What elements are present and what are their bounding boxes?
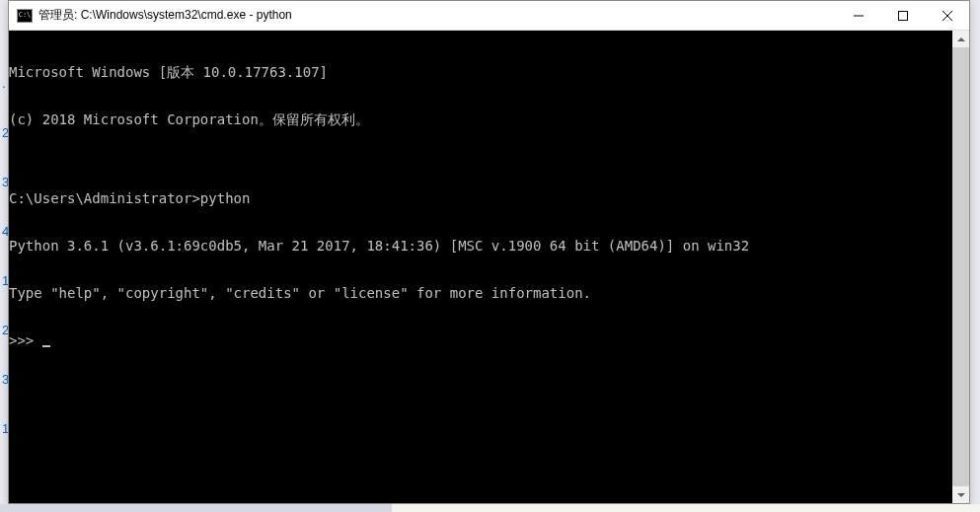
close-button[interactable] (925, 1, 969, 30)
terminal-line: (c) 2018 Microsoft Corporation。保留所有权利。 (9, 111, 952, 127)
terminal-line: Microsoft Windows [版本 10.0.17763.107] (9, 64, 952, 80)
scrollbar-thumb[interactable] (952, 47, 969, 486)
maximize-icon (898, 11, 908, 21)
vertical-scrollbar[interactable] (952, 31, 969, 503)
svg-rect-1 (898, 11, 907, 20)
chevron-up-icon (957, 37, 965, 41)
chevron-down-icon (957, 493, 965, 497)
window-title: 管理员: C:\Windows\system32\cmd.exe - pytho… (38, 7, 836, 24)
scroll-up-button[interactable] (952, 31, 969, 47)
minimize-icon (854, 11, 864, 21)
minimize-button[interactable] (836, 1, 880, 30)
window-controls (836, 1, 969, 30)
terminal-prompt: >>> (9, 332, 952, 348)
terminal-line: Type "help", "copyright", "credits" or "… (9, 285, 952, 301)
terminal-line: C:\Users\Administrator>python (9, 190, 952, 206)
maximize-button[interactable] (880, 1, 925, 30)
cmd-icon: C:\ (17, 9, 33, 23)
terminal-line: Python 3.6.1 (v3.6.1:69c0db5, Mar 21 201… (9, 238, 952, 254)
taskbar-fragment (0, 504, 980, 512)
close-icon (942, 11, 952, 21)
window-titlebar[interactable]: C:\ 管理员: C:\Windows\system32\cmd.exe - p… (9, 1, 969, 31)
cmd-window: C:\ 管理员: C:\Windows\system32\cmd.exe - p… (8, 0, 970, 504)
scroll-down-button[interactable] (952, 486, 969, 503)
cursor (42, 345, 50, 347)
terminal-output: Microsoft Windows [版本 10.0.17763.107] (c… (9, 31, 952, 503)
scrollbar-track[interactable] (952, 47, 969, 486)
terminal-area[interactable]: Microsoft Windows [版本 10.0.17763.107] (c… (9, 31, 969, 503)
